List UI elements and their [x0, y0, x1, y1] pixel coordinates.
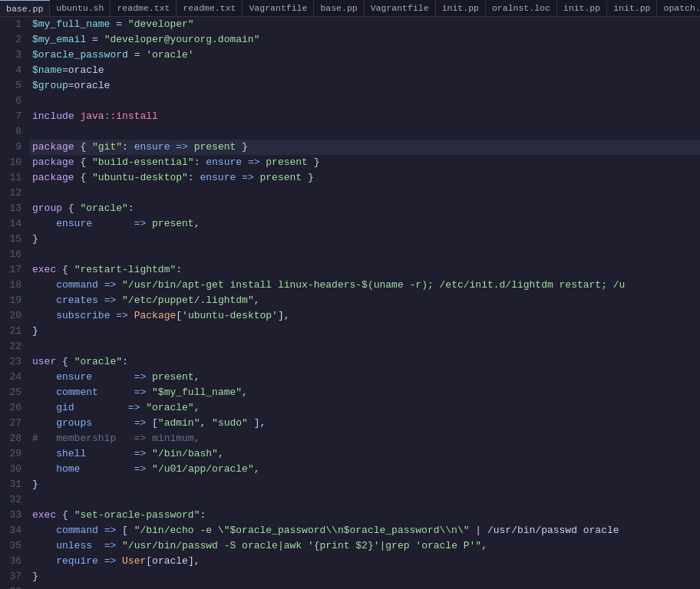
token-plain: [86, 448, 134, 459]
line-number-14: 14: [5, 216, 21, 232]
token-str: "set-oracle-password": [74, 509, 200, 521]
token-str: "developer": [128, 18, 194, 30]
code-line-16: [29, 247, 700, 262]
token-plain: =: [86, 34, 104, 45]
token-plain: :: [122, 141, 134, 153]
token-kw: package: [32, 141, 74, 153]
tab-2[interactable]: readme.txt: [111, 0, 177, 17]
token-var: $oracle_password: [32, 49, 128, 61]
token-plain: [98, 525, 104, 536]
token-plain: ,: [194, 402, 200, 413]
tab-5[interactable]: base.pp: [314, 0, 364, 17]
token-plain: =: [110, 18, 127, 30]
token-plain: [128, 310, 134, 321]
token-str: "oracle": [74, 356, 122, 367]
token-plain: :: [122, 356, 128, 367]
token-prop: shell: [56, 448, 86, 459]
token-resource: Package: [134, 310, 177, 321]
token-prop: ensure: [200, 172, 236, 183]
line-number-19: 19: [5, 293, 21, 308]
token-plain: [146, 371, 152, 383]
tab-10[interactable]: init.pp: [607, 0, 657, 17]
token-prop: gid: [56, 402, 74, 413]
token-prop: ensure: [206, 156, 242, 168]
tab-1[interactable]: ubuntu.sh: [50, 0, 111, 17]
line-number-23: 23: [5, 354, 21, 370]
code-line-2: $my_email = "developer@yourorg.domain": [29, 32, 700, 48]
code-line-24: ensure => present,: [29, 370, 700, 385]
line-number-26: 26: [5, 400, 21, 416]
token-prop: ensure: [134, 141, 170, 153]
tab-0[interactable]: base.pp: [0, 0, 50, 17]
tab-9[interactable]: init.pp: [557, 0, 607, 17]
token-plain: {: [74, 172, 92, 183]
token-plain: :: [200, 509, 206, 521]
code-line-8: [29, 124, 700, 140]
line-number-22: 22: [5, 339, 21, 354]
token-op: =>: [116, 310, 128, 321]
line-number-5: 5: [5, 78, 21, 94]
token-op: =>: [242, 172, 254, 183]
token-prop: groups: [56, 417, 92, 429]
token-op: =>: [104, 294, 117, 306]
code-line-14: ensure => present,: [29, 216, 700, 232]
tab-3[interactable]: readme.txt: [177, 0, 243, 17]
token-prop: ensure: [56, 218, 92, 229]
code-line-20: subscribe => Package['ubuntu-desktop'],: [29, 308, 700, 324]
token-plain: [254, 172, 260, 183]
token-str: "restart-lightdm": [74, 264, 177, 275]
token-kw: package: [32, 156, 74, 168]
token-plain: }: [308, 156, 320, 168]
token-str: "/etc/puppet/.lightdm": [122, 294, 254, 306]
token-str: "oracle": [80, 202, 127, 214]
token-plain: [32, 540, 56, 551]
code-line-34: command => [ "/bin/echo -e \"$oracle_pas…: [29, 523, 700, 538]
token-plain: ,: [242, 387, 248, 398]
line-number-36: 36: [5, 554, 21, 569]
line-number-20: 20: [5, 308, 21, 324]
tab-7[interactable]: init.pp: [436, 0, 486, 17]
line-number-28: 28: [5, 431, 21, 446]
code-line-35: unless => "/usr/bin/passwd -S oracle|awk…: [29, 538, 700, 554]
line-number-2: 2: [5, 32, 21, 48]
code-line-28: # membership => minimum,: [29, 431, 700, 446]
token-plain: :: [188, 172, 200, 183]
line-number-12: 12: [5, 186, 21, 201]
token-plain: [116, 294, 122, 306]
token-plain: [32, 371, 56, 383]
tab-6[interactable]: Vagrantfile: [365, 0, 436, 17]
code-line-13: group { "oracle":: [29, 201, 700, 216]
token-prop: creates: [56, 294, 98, 306]
token-plain: ],: [278, 310, 290, 321]
tab-4[interactable]: Vagrantfile: [243, 0, 314, 17]
token-str: "build-essential": [92, 156, 194, 168]
token-var: $name: [32, 64, 62, 76]
token-plain: [32, 448, 56, 459]
token-plain: [242, 156, 248, 168]
token-plain: ,: [254, 463, 260, 475]
token-plain: {: [74, 141, 92, 153]
token-plain: }: [32, 233, 38, 245]
token-plain: [146, 463, 152, 475]
token-op: =>: [128, 402, 140, 413]
code-line-4: $name=oracle: [29, 63, 700, 78]
token-plain: }: [302, 172, 314, 183]
token-plain: =: [128, 49, 146, 61]
code-line-25: comment => "$my_full_name",: [29, 385, 700, 400]
token-prop: ensure: [56, 371, 92, 383]
token-kw: group: [32, 202, 62, 214]
tab-11[interactable]: opatch.rb: [657, 0, 700, 17]
token-plain: ,: [218, 448, 224, 459]
tab-8[interactable]: oralnst.loc: [486, 0, 557, 17]
token-plain: [oracle],: [146, 555, 200, 567]
code-line-27: groups => ["admin", "sudo" ],: [29, 416, 700, 431]
token-plain: ],: [248, 417, 266, 429]
tab-bar: base.ppubuntu.shreadme.txtreadme.txtVagr…: [0, 0, 700, 17]
token-plain: [188, 141, 194, 153]
token-str: 'ubuntu-desktop': [182, 310, 278, 321]
token-prop: command: [56, 279, 98, 291]
code-line-21: }: [29, 324, 700, 339]
token-plain: {: [56, 356, 74, 367]
token-prop: require: [56, 555, 98, 567]
line-number-4: 4: [5, 63, 21, 78]
